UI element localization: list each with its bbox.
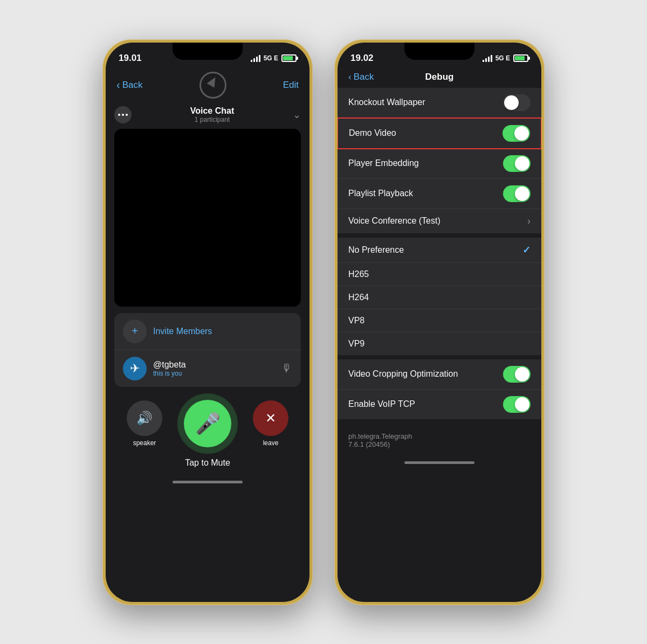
voice-header-row: Voice Chat 1 participant ⌄ (114, 103, 301, 129)
back-button-1[interactable]: ‹ Back (116, 79, 142, 91)
speaker-button[interactable]: 🔊 (127, 400, 162, 436)
nav-bar-1: ‹ Back Edit (106, 70, 309, 103)
speaker-icon: 🔊 (136, 411, 153, 426)
collapse-button[interactable]: ⌄ (293, 109, 301, 121)
h265-row[interactable]: H265 (338, 263, 541, 286)
demo-video-toggle[interactable] (503, 125, 530, 142)
participants-count: 1 participant (190, 116, 235, 123)
user-info: @tgbeta this is you (153, 360, 275, 377)
tap-to-mute-label: Tap to Mute (185, 458, 230, 468)
edit-button[interactable]: Edit (283, 80, 299, 91)
network-type-2: 5G E (495, 54, 510, 62)
back-button-2[interactable]: ‹ Back (348, 72, 374, 82)
app-version: 7.6.1 (20456) (348, 440, 531, 448)
knockout-wallpaper-label: Knockout Wallpaper (348, 98, 425, 107)
user-row: ✈ @tgbeta this is you 🎙 (114, 350, 301, 387)
notch-2 (404, 43, 474, 60)
app-bundle: ph.telegra.Telegraph (348, 432, 531, 440)
main-mic-button[interactable]: 🎤 (184, 400, 231, 447)
no-preference-label: No Preference (348, 245, 404, 255)
microphone-icon: 🎙 (281, 362, 292, 375)
vp9-label: VP9 (348, 339, 364, 349)
leave-icon: ✕ (265, 411, 276, 426)
player-embedding-label: Player Embedding (348, 158, 419, 168)
member-list: + Invite Members ✈ @tgbeta this is you 🎙 (114, 313, 301, 387)
username: @tgbeta (153, 360, 275, 370)
playlist-playback-row[interactable]: Playlist Playback (338, 179, 541, 209)
home-indicator-1 (173, 481, 243, 483)
invite-members-label: Invite Members (153, 327, 292, 336)
voice-chat-title-area: Voice Chat 1 participant (190, 106, 235, 123)
bottom-toggles-section: Video Cropping Optimization Enable VoIP … (338, 359, 541, 419)
speaker-label: speaker (133, 439, 156, 447)
speaker-button-wrapper: 🔊 speaker (127, 400, 162, 447)
demo-video-row[interactable]: Demo Video (338, 117, 541, 149)
time-2: 19.02 (350, 53, 374, 64)
vp8-label: VP8 (348, 316, 364, 326)
video-cropping-toggle[interactable] (503, 366, 531, 383)
main-mic-icon: 🎤 (195, 412, 221, 435)
playlist-playback-toggle[interactable] (503, 185, 531, 202)
playlist-playback-label: Playlist Playback (348, 189, 413, 198)
add-member-icon: + (123, 320, 147, 343)
user-avatar: ✈ (123, 357, 147, 380)
time-1: 19.01 (119, 53, 142, 64)
voip-tcp-row[interactable]: Enable VoIP TCP (338, 390, 541, 419)
invite-members-row[interactable]: + Invite Members (114, 313, 301, 350)
voip-tcp-label: Enable VoIP TCP (348, 399, 415, 409)
demo-video-label: Demo Video (349, 128, 396, 138)
voice-chat-title: Voice Chat (190, 106, 235, 116)
battery-1 (281, 54, 297, 62)
player-embedding-row[interactable]: Player Embedding (338, 149, 541, 179)
network-type-1: 5G E (264, 54, 278, 62)
knockout-wallpaper-toggle[interactable] (503, 94, 531, 111)
knockout-wallpaper-row[interactable]: Knockout Wallpaper (338, 88, 541, 118)
controls-area: 🔊 speaker 🎤 ✕ leave (106, 387, 309, 476)
h264-label: H264 (348, 293, 369, 302)
home-indicator-2 (404, 461, 474, 464)
voice-chat-container: Voice Chat 1 participant ⌄ + Invite Memb… (106, 103, 309, 387)
telegram-icon: ✈ (130, 362, 140, 376)
control-buttons: 🔊 speaker 🎤 ✕ leave (127, 400, 288, 447)
no-preference-checkmark: ✓ (522, 244, 531, 256)
app-info: ph.telegra.Telegraph 7.6.1 (20456) (338, 424, 541, 457)
battery-2 (513, 54, 528, 62)
compass-icon (199, 72, 226, 99)
voice-conference-row[interactable]: Voice Conference (Test) › (338, 209, 541, 233)
leave-label: leave (263, 439, 279, 447)
vp9-row[interactable]: VP9 (338, 333, 541, 355)
back-chevron-2: ‹ (348, 72, 352, 82)
leave-button-wrapper: ✕ leave (253, 400, 288, 447)
mute-button-wrapper: 🎤 (184, 400, 231, 447)
debug-page-title: Debug (425, 72, 454, 82)
h265-label: H265 (348, 269, 369, 279)
player-embedding-toggle[interactable] (503, 155, 531, 172)
back-chevron-1: ‹ (116, 79, 120, 91)
voice-conference-label: Voice Conference (Test) (348, 216, 440, 226)
phone-2: 19.02 5G E ‹ Back Debug (334, 39, 545, 605)
codec-selection-section: No Preference ✓ H265 H264 VP8 VP9 (338, 238, 541, 355)
signal-bars-1 (251, 54, 260, 62)
debug-nav: ‹ Back Debug (338, 70, 541, 88)
vp8-row[interactable]: VP8 (338, 309, 541, 333)
phone-1: 19.01 5G E ‹ Back (102, 39, 313, 605)
no-preference-row[interactable]: No Preference ✓ (338, 238, 541, 263)
video-area (114, 129, 301, 307)
video-cropping-label: Video Cropping Optimization (348, 369, 458, 379)
h264-row[interactable]: H264 (338, 286, 541, 309)
voip-tcp-toggle[interactable] (503, 396, 531, 413)
toggles-section: Knockout Wallpaper Demo Video Player Emb… (338, 88, 541, 233)
leave-button[interactable]: ✕ (253, 400, 288, 436)
video-cropping-row[interactable]: Video Cropping Optimization (338, 359, 541, 390)
notch (173, 43, 243, 60)
signal-bars-2 (483, 54, 492, 62)
status-icons-1: 5G E (251, 54, 297, 62)
more-options-button[interactable] (114, 106, 132, 123)
voice-conference-chevron: › (527, 216, 531, 227)
status-icons-2: 5G E (483, 54, 528, 62)
user-tag: this is you (153, 370, 275, 377)
